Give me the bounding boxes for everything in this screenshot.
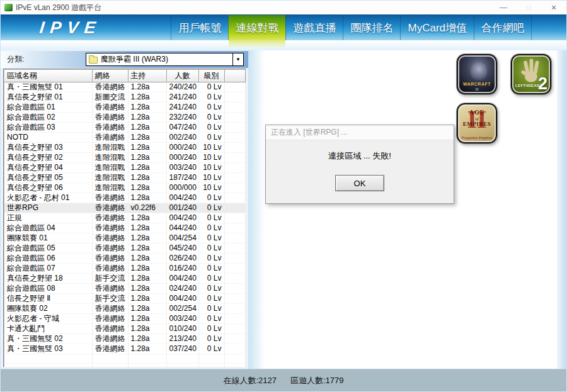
cell-level: 0 Lv bbox=[198, 303, 224, 313]
cell-level: 0 Lv bbox=[198, 132, 224, 142]
cell-players: 001/240 bbox=[166, 203, 198, 213]
aoe2-label2: EMPIRES bbox=[458, 121, 496, 127]
tab-user-account[interactable]: 用戶帳號 bbox=[171, 15, 228, 40]
folder-icon bbox=[89, 57, 98, 64]
cell-host: 1.28a bbox=[128, 162, 166, 172]
table-row[interactable]: 綜合遊戲區 01 香港網絡 1.28a 241/240 0 Lv bbox=[4, 102, 245, 112]
table-row[interactable]: 綜合遊戲區 05 香港網絡 1.28a 045/240 0 Lv bbox=[4, 243, 245, 253]
cell-empty bbox=[224, 333, 245, 344]
cell-level: 0 Lv bbox=[198, 92, 224, 102]
cell-empty bbox=[224, 273, 245, 283]
app-icon bbox=[4, 4, 13, 11]
aoe2-sublabel: Forgotten Empires bbox=[458, 135, 496, 140]
tab-team-ranking[interactable]: 團隊排名 bbox=[343, 15, 400, 40]
column-header-level[interactable]: 級別 bbox=[198, 70, 224, 82]
table-row[interactable]: 世界RPG 香港網絡 v0.22f6 001/240 0 Lv bbox=[4, 203, 245, 213]
close-button[interactable]: × bbox=[541, 1, 566, 14]
cell-network: 香港網絡 bbox=[92, 122, 128, 132]
online-count: 在線人數:2127 bbox=[223, 375, 277, 391]
table-row[interactable]: 團隊競賽 02 香港網絡 1.28a 002/254 0 Lv bbox=[4, 303, 245, 313]
cell-empty bbox=[224, 142, 245, 152]
game-icon-age-of-empires2[interactable]: II AGE of EMPIRES Forgotten Empires bbox=[457, 103, 497, 143]
cell-network: 香港網絡 bbox=[92, 313, 128, 323]
cell-region-name: 綜合遊戲區 08 bbox=[4, 283, 92, 293]
cell-host: 1.28a bbox=[128, 344, 166, 354]
cell-network: 香港網絡 bbox=[92, 203, 128, 213]
cell-network: 香港網絡 bbox=[92, 132, 128, 142]
table-row[interactable]: 真信長之野望 02 進階混戰 1.28a 000/240 10 Lv bbox=[4, 152, 245, 162]
game-icon-warcraft3[interactable]: WARCRAFT III bbox=[457, 54, 497, 94]
tab-online-battle[interactable]: 連線對戰 bbox=[228, 15, 285, 40]
cell-host: 1.28a bbox=[128, 233, 166, 243]
category-dropdown[interactable]: 魔獸爭霸 III (WAR3) ▼ bbox=[86, 53, 244, 66]
cell-host: 1.28a bbox=[128, 303, 166, 313]
ok-button[interactable]: OK bbox=[335, 175, 384, 191]
ipve-logo: IPVE bbox=[38, 18, 102, 38]
table-row[interactable] bbox=[4, 363, 245, 367]
maximize-button[interactable]: □ bbox=[516, 1, 541, 14]
minimize-button[interactable]: — bbox=[491, 1, 516, 14]
cell-empty bbox=[224, 193, 245, 203]
game-icon-left4dead2[interactable]: LEFT4DEAD 2 bbox=[511, 54, 551, 94]
column-header-players[interactable]: 人數 bbox=[166, 70, 198, 82]
table-row[interactable]: 真信長之野望 18 新手交流 1.28a 004/240 0 Lv bbox=[4, 273, 245, 283]
cell-players: 187/240 bbox=[166, 172, 198, 182]
chevron-down-icon[interactable]: ▼ bbox=[232, 53, 243, 65]
column-header-region-name[interactable]: 區域名稱 bbox=[4, 70, 92, 82]
cell-host: 1.28a bbox=[128, 323, 166, 333]
cell-region-name: 真・三國無雙 03 bbox=[4, 344, 92, 354]
table-row[interactable]: 綜合遊戲區 08 香港網絡 1.28a 024/240 0 Lv bbox=[4, 283, 245, 293]
cell-host: 1.28a bbox=[128, 152, 166, 162]
table-row[interactable]: 正規 香港網絡 1.28a 004/240 0 Lv bbox=[4, 213, 245, 223]
cell-level: 0 Lv bbox=[198, 223, 224, 233]
table-row[interactable]: 真・三國無雙 03 香港網絡 1.28a 037/240 0 Lv bbox=[4, 344, 245, 354]
table-row[interactable]: 綜合遊戲區 04 香港網絡 1.28a 044/240 0 Lv bbox=[4, 223, 245, 233]
cell-players: 003/240 bbox=[166, 162, 198, 172]
tab-partner-cafe[interactable]: 合作網吧 bbox=[474, 15, 532, 40]
cell-empty bbox=[224, 223, 245, 233]
table-row[interactable]: 綜合遊戲區 02 香港網絡 1.28a 232/240 0 Lv bbox=[4, 112, 245, 122]
table-row[interactable]: 綜合遊戲區 06 香港網絡 1.28a 026/240 0 Lv bbox=[4, 253, 245, 263]
warcraft3-label: WARCRAFT bbox=[458, 82, 496, 86]
table-row[interactable]: 綜合遊戲區 07 香港網絡 1.28a 016/240 0 Lv bbox=[4, 263, 245, 273]
cell-level: 10 Lv bbox=[198, 182, 224, 193]
cell-level: 0 Lv bbox=[198, 102, 224, 112]
table-row[interactable]: 真信長之野望 05 進階混戰 1.28a 187/240 10 Lv bbox=[4, 172, 245, 182]
cell-region-name: 世界RPG bbox=[4, 203, 92, 213]
table-row[interactable]: 團隊競賽 01 香港網絡 1.28a 004/254 0 Lv bbox=[4, 233, 245, 243]
table-row[interactable] bbox=[4, 354, 245, 363]
table-row[interactable]: NOTD 香港網絡 1.28a 002/240 0 Lv bbox=[4, 132, 245, 142]
cell-region-name: 正規 bbox=[4, 213, 92, 223]
table-row[interactable]: 真・三國無雙 02 香港網絡 1.28a 213/240 0 Lv bbox=[4, 333, 245, 344]
table-row[interactable]: 真・三國無雙 01 香港網絡 1.28a 240/240 0 Lv bbox=[4, 82, 245, 92]
cell-region-name: 真信長之野望 05 bbox=[4, 172, 92, 182]
table-row[interactable]: 真信長之野望 04 進階混戰 1.28a 003/240 10 Lv bbox=[4, 162, 245, 172]
table-row[interactable]: 火影忍者 - 忍村 01 香港網絡 1.28a 004/240 0 Lv bbox=[4, 193, 245, 203]
cell-network: 進階混戰 bbox=[92, 172, 128, 182]
cell-host: 1.28a bbox=[128, 82, 166, 92]
table-row[interactable]: 綜合遊戲區 03 香港網絡 1.28a 047/240 0 Lv bbox=[4, 122, 245, 132]
column-header-network[interactable]: 網絡 bbox=[92, 70, 128, 82]
table-header-row: 區域名稱 網絡 主持 人數 級別 bbox=[4, 70, 245, 82]
table-row[interactable]: 火影忍者 - 守城 香港網絡 1.28a 003/240 0 Lv bbox=[4, 313, 245, 323]
table-row[interactable]: 真信長之野望 03 進階混戰 1.28a 000/240 10 Lv bbox=[4, 142, 245, 152]
column-header-empty[interactable] bbox=[224, 70, 245, 82]
cell-level: 0 Lv bbox=[198, 333, 224, 344]
cell-players: 000/000 bbox=[166, 182, 198, 193]
table-row[interactable]: 信長之野望 Ⅱ 新手交流 1.28a 004/240 0 Lv bbox=[4, 293, 245, 303]
cell-empty bbox=[224, 253, 245, 263]
table-row[interactable]: 真信長之野望 06 進階混戰 1.28a 000/000 10 Lv bbox=[4, 182, 245, 193]
column-header-host[interactable]: 主持 bbox=[128, 70, 166, 82]
table-row[interactable]: 真信長之野望 01 新圖交流 1.28a 241/240 0 Lv bbox=[4, 92, 245, 102]
tab-mycard-topup[interactable]: MyCard增值 bbox=[400, 15, 474, 40]
cell-level: 0 Lv bbox=[198, 203, 224, 213]
region-list-panel: 分類: 魔獸爭霸 III (WAR3) ▼ 區域名稱 網絡 bbox=[1, 50, 248, 369]
cell-level: 0 Lv bbox=[198, 193, 224, 203]
tab-game-stream[interactable]: 遊戲直播 bbox=[285, 15, 343, 40]
cell-host: 1.28a bbox=[128, 142, 166, 152]
cell-network: 進階混戰 bbox=[92, 152, 128, 162]
cell-players: 241/240 bbox=[166, 92, 198, 102]
cell-host: 1.28a bbox=[128, 223, 166, 233]
cell-region-name: 真・三國無雙 01 bbox=[4, 82, 92, 92]
table-row[interactable]: 卡通大亂鬥 香港網絡 1.28a 010/240 0 Lv bbox=[4, 323, 245, 333]
